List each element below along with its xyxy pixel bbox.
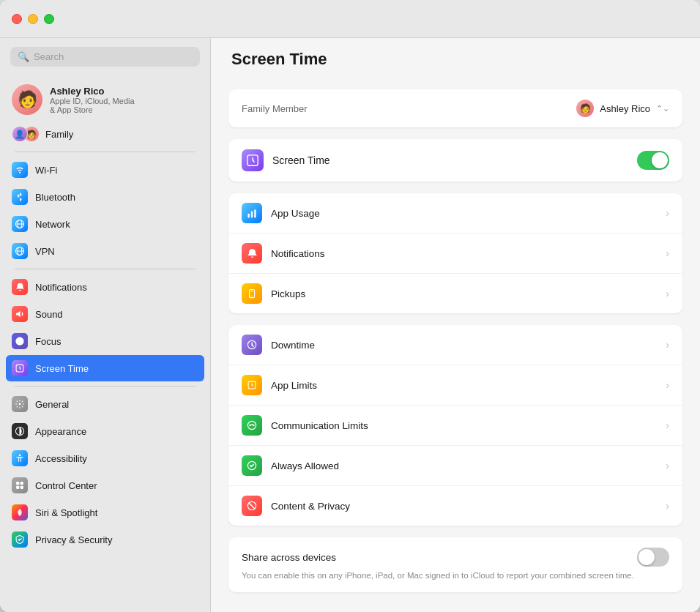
family-member-name: Ashley Rico: [600, 103, 650, 114]
sidebar-item-label: Wi-Fi: [35, 165, 57, 176]
family-avatar-1: 👤: [12, 126, 28, 142]
main-header: Screen Time: [211, 38, 700, 78]
sidebar-item-label: Screen Time: [35, 363, 89, 374]
user-sub2: & App Store: [50, 105, 135, 114]
sidebar-item-label: Siri & Spotlight: [35, 507, 97, 518]
sidebar-item-label: Sound: [35, 309, 63, 320]
sidebar-item-general[interactable]: General: [6, 391, 204, 417]
family-member-label: Family Member: [242, 103, 308, 114]
menu-section-group2: Downtime › App Limits: [228, 325, 682, 526]
sidebar-user-section: 🧑 Ashley Rico Apple ID, iCloud, Media & …: [0, 78, 210, 553]
notifications-menu-icon: [242, 243, 262, 264]
commlimits-icon: [242, 415, 262, 436]
sidebar-item-siri[interactable]: Siri & Spotlight: [6, 499, 204, 526]
chevron-right-icon: ›: [666, 288, 669, 299]
chevron-right-icon: ›: [666, 339, 669, 351]
privacy-icon: [12, 531, 28, 548]
svg-line-28: [249, 503, 255, 509]
screentime-sidebar-icon: [12, 360, 28, 376]
general-icon: [12, 396, 28, 412]
downtime-icon: [242, 335, 262, 355]
chevron-right-icon: ›: [666, 419, 669, 431]
chevron-right-icon: ›: [666, 247, 669, 259]
menu-row-appusage[interactable]: App Usage ›: [228, 193, 682, 234]
menu-row-downtime[interactable]: Downtime ›: [228, 325, 682, 365]
screentime-toggle-label: Screen Time: [272, 154, 330, 166]
main-content: Screen Time Family Member 🧑 Ashley Rico …: [211, 38, 700, 612]
sidebar-item-label: VPN: [35, 246, 55, 257]
sidebar-item-family[interactable]: 👤 🧑 Family: [6, 121, 204, 147]
menu-label: App Limits: [271, 380, 317, 391]
menu-row-always[interactable]: Always Allowed ›: [228, 446, 682, 486]
sidebar-item-label: Control Center: [35, 480, 97, 491]
chevron-right-icon: ›: [666, 207, 669, 219]
family-avatars: 👤 🧑: [12, 126, 40, 142]
appearance-icon: [12, 423, 28, 439]
sidebar-item-notifications[interactable]: Notifications: [6, 274, 204, 300]
focus-icon: [12, 333, 28, 349]
sidebar-item-label: Notifications: [35, 282, 87, 293]
sidebar-item-bluetooth[interactable]: Bluetooth: [6, 184, 204, 210]
user-profile[interactable]: 🧑 Ashley Rico Apple ID, iCloud, Media & …: [6, 78, 204, 121]
menu-row-left: Always Allowed: [242, 455, 339, 476]
menu-row-content[interactable]: Content & Privacy ›: [228, 486, 682, 526]
svg-point-23: [247, 421, 256, 429]
menu-row-left: App Usage: [242, 203, 320, 223]
content-icon: [242, 496, 262, 516]
sidebar-divider-3: [15, 386, 196, 387]
chevron-updown-icon: ⌃⌄: [656, 104, 669, 113]
screentime-toggle-section: Screen Time: [228, 139, 682, 182]
sidebar-item-appearance[interactable]: Appearance: [6, 418, 204, 444]
sidebar-item-accessibility[interactable]: Accessibility: [6, 445, 204, 471]
sidebar-item-label: Appearance: [35, 426, 86, 437]
screentime-toggle[interactable]: [637, 151, 669, 170]
family-member-avatar: 🧑: [576, 100, 594, 117]
menu-label: Always Allowed: [271, 460, 339, 471]
menu-row-applimits[interactable]: App Limits ›: [228, 365, 682, 406]
sidebar-item-label: Accessibility: [35, 453, 87, 464]
svg-rect-12: [16, 486, 19, 489]
sidebar-item-label: Network: [35, 219, 70, 230]
menu-row-left: Downtime: [242, 335, 315, 355]
menu-label: App Usage: [271, 208, 320, 219]
svg-rect-16: [251, 212, 253, 218]
sidebar-item-label: Bluetooth: [35, 192, 75, 203]
search-icon: 🔍: [18, 51, 29, 62]
user-name: Ashley Rico: [50, 86, 135, 97]
svg-rect-17: [254, 209, 256, 217]
share-header: Share across devices: [242, 548, 669, 567]
menu-row-notifications[interactable]: Notifications ›: [228, 234, 682, 274]
user-sub1: Apple ID, iCloud, Media: [50, 97, 135, 105]
maximize-button[interactable]: [44, 14, 54, 24]
share-toggle[interactable]: [637, 548, 669, 567]
screentime-main-icon: [242, 149, 264, 171]
sidebar-divider: [15, 152, 196, 152]
sidebar-item-vpn[interactable]: VPN: [6, 238, 204, 264]
sidebar-item-focus[interactable]: Focus: [6, 328, 204, 354]
controlcenter-icon: [12, 477, 28, 493]
appusage-icon: [242, 203, 262, 223]
close-button[interactable]: [12, 14, 22, 24]
sidebar-item-label: Privacy & Security: [35, 534, 112, 545]
sidebar-item-sound[interactable]: Sound: [6, 301, 204, 327]
minimize-button[interactable]: [28, 14, 38, 24]
sidebar-item-controlcenter[interactable]: Control Center: [6, 472, 204, 499]
applimits-icon: [242, 375, 262, 395]
vpn-icon: [12, 243, 28, 259]
menu-row-commlimits[interactable]: Communication Limits ›: [228, 406, 682, 446]
chevron-right-icon: ›: [666, 460, 669, 471]
toggle-knob: [652, 152, 668, 168]
menu-row-left: Pickups: [242, 283, 305, 304]
svg-rect-11: [21, 482, 23, 485]
sidebar-item-network[interactable]: Network: [6, 211, 204, 237]
family-member-selector[interactable]: 🧑 Ashley Rico ⌃⌄: [576, 100, 669, 117]
menu-row-pickups[interactable]: Pickups ›: [228, 274, 682, 313]
menu-label: Communication Limits: [271, 420, 368, 431]
network-icon: [12, 216, 28, 232]
share-title: Share across devices: [242, 552, 336, 563]
family-label: Family: [45, 129, 73, 140]
sidebar-item-wifi[interactable]: Wi-Fi: [6, 157, 204, 183]
search-bar[interactable]: 🔍 Search: [10, 47, 200, 67]
sidebar-item-privacy[interactable]: Privacy & Security: [6, 526, 204, 553]
sidebar-item-screentime[interactable]: Screen Time: [6, 355, 204, 381]
